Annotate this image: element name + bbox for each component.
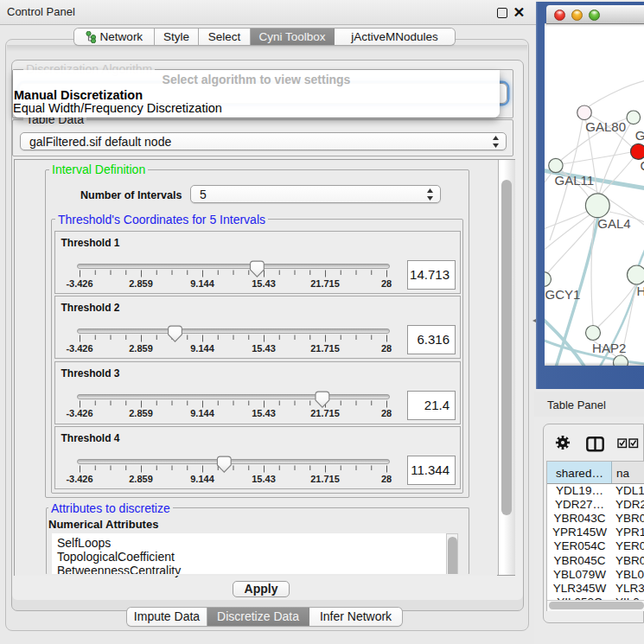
svg-text:HAP2: HAP2	[592, 341, 626, 355]
svg-text:C: C	[641, 158, 644, 173]
svg-text:GAL4: GAL4	[597, 216, 630, 231]
svg-text:H: H	[637, 284, 644, 298]
svg-text:G…: G…	[635, 128, 644, 143]
svg-text:GAL80: GAL80	[585, 119, 626, 134]
svg-text:GAL11: GAL11	[555, 173, 595, 188]
svg-text:GCY1: GCY1	[545, 287, 581, 302]
